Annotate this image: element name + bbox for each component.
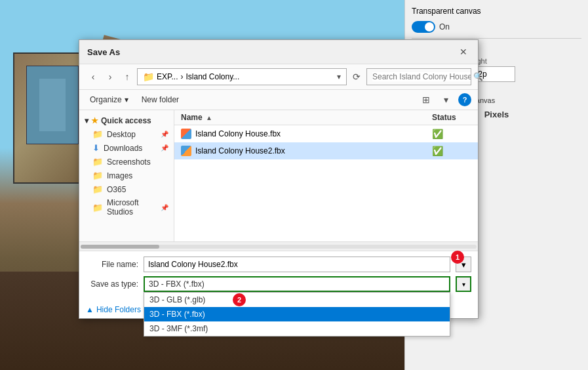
savetype-input[interactable] [144,276,450,292]
hide-folders-chevron-icon: ▲ [86,305,94,314]
search-input[interactable] [372,72,471,81]
breadcrumb-sep: › [180,72,183,81]
images-label: Images [107,171,132,180]
savetype-dropdown: 3D - GLB (*.glb) 3D - FBX (*.fbx) 3D - 3… [144,292,450,337]
search-bar: 🔍 [366,68,471,85]
nav-bar: ‹ › ↑ 📁 EXP... › Island Colony... ▾ ⟳ 🔍 [79,64,478,90]
file-list: Name ▲ Status Island Colony House.fbx ✅ … [174,110,478,241]
badge-2: 2 [233,293,246,306]
dropdown-item-fbx[interactable]: 3D - FBX (*.fbx) [144,307,450,321]
scrollbar-thumb[interactable] [81,245,159,249]
sidebar-star-icon: ★ [91,116,98,125]
ms-studios-folder-icon: 📁 [92,203,103,213]
file-status-1: ✅ [432,129,471,139]
col-name-header: Name ▲ [181,113,432,122]
savetype-wrapper: 3D - GLB (*.glb) 3D - FBX (*.fbx) 3D - 3… [144,276,450,292]
sort-arrow-icon: ▲ [206,114,212,121]
savetype-label: Save as type: [86,279,138,289]
file-list-header: Name ▲ Status [174,110,478,125]
desktop-pin-icon: 📌 [161,131,168,138]
file-icon-1 [181,129,191,139]
screenshots-label: Screenshots [107,157,151,167]
organize-label: Organize [90,95,122,104]
file-label-1: Island Colony House.fbx [195,129,281,138]
panel-divider [412,38,581,39]
filename-row: File name: ▾ [86,257,471,272]
breadcrumb-folder-icon: 📁 [143,72,154,82]
hide-folders-label: Hide Folders [96,305,141,314]
savetype-row: Save as type: 3D - GLB (*.glb) 3D - FBX … [86,276,471,292]
savetype-dropdown-btn[interactable]: ▾ [456,276,471,292]
sidebar-item-downloads[interactable]: ⬇ Downloads 📌 [79,141,174,155]
screenshots-folder-icon: 📁 [92,157,103,167]
view-button[interactable]: ⊞ [419,92,433,107]
breadcrumb-folder: EXP... [157,72,178,81]
dialog-title: Save As [87,47,120,57]
dialog-titlebar: Save As ✕ [79,40,478,64]
help-button[interactable]: ? [458,93,471,106]
ms-studios-pin-icon: 📌 [161,204,168,211]
organize-chevron-icon: ▾ [125,95,128,104]
images-folder-icon: 📁 [92,171,103,180]
dropdown-item-3mf[interactable]: 3D - 3MF (*.3mf) [144,321,450,336]
dialog-form: File name: ▾ Save as type: 3D - GLB (*.g… [79,251,478,301]
sidebar-item-o365[interactable]: 📁 O365 [79,182,174,196]
dialog-content: ▾ ★ Quick access 📁 Desktop 📌 ⬇ Downloads… [79,110,478,241]
horizontal-scrollbar[interactable] [79,241,478,251]
filename-label: File name: [86,260,138,269]
toggle-thumb [425,22,434,31]
save-as-dialog: Save As ✕ ‹ › ↑ 📁 EXP... › Island Colony… [79,39,479,319]
downloads-pin-icon: 📌 [161,144,168,152]
file-item-1[interactable]: Island Colony House.fbx ✅ [174,125,478,142]
file-name-2: Island Colony House2.fbx [181,146,432,156]
sidebar: ▾ ★ Quick access 📁 Desktop 📌 ⬇ Downloads… [79,110,174,241]
desktop-folder-icon: 📁 [92,129,103,139]
col-status-header: Status [432,113,471,122]
ms-studios-label: Microsoft Studios [107,198,157,216]
toggle-on-label: On [439,22,450,31]
search-icon: 🔍 [473,72,483,81]
quick-access-chevron-icon: ▾ [85,116,88,125]
o365-label: O365 [107,185,126,194]
sidebar-item-desktop[interactable]: 📁 Desktop 📌 [79,127,174,141]
view-chevron-button[interactable]: ▾ [439,92,453,107]
refresh-button[interactable]: ⟳ [349,70,364,84]
new-folder-button[interactable]: New folder [138,94,183,106]
desktop-label: Desktop [107,130,136,139]
filename-input[interactable] [144,257,450,272]
transparent-canvas-section: Transparent canvas [412,7,581,16]
up-button[interactable]: ↑ [120,70,134,84]
scrollbar-track[interactable] [81,245,477,249]
file-name-1: Island Colony House.fbx [181,129,432,139]
breadcrumb[interactable]: 📁 EXP... › Island Colony... ▾ [137,68,347,85]
name-col-label: Name [181,113,203,122]
sidebar-item-images[interactable]: 📁 Images [79,169,174,182]
file-status-2: ✅ [432,146,471,156]
back-button[interactable]: ‹ [86,70,100,84]
breadcrumb-subfolder: Island Colony... [186,72,239,81]
quick-access-header: ▾ ★ Quick access [79,114,174,127]
transparent-canvas-label: Transparent canvas [412,7,481,16]
file-icon-2 [181,146,191,156]
file-item-2[interactable]: Island Colony House2.fbx ✅ [174,142,478,159]
breadcrumb-chevron: ▾ [337,72,341,81]
close-button[interactable]: ✕ [457,45,470,58]
organize-button[interactable]: Organize ▾ [86,94,132,106]
o365-folder-icon: 📁 [92,184,103,194]
quick-access-label: Quick access [101,116,151,125]
file-label-2: Island Colony House2.fbx [195,146,285,155]
toolbar: Organize ▾ New folder ⊞ ▾ ? [79,90,478,110]
transparent-canvas-toggle[interactable] [412,21,435,33]
new-folder-label: New folder [142,95,179,104]
downloads-folder-icon: ⬇ [92,143,100,153]
sidebar-item-microsoft-studios[interactable]: 📁 Microsoft Studios 📌 [79,196,174,218]
badge-1: 1 [451,251,464,264]
sidebar-item-screenshots[interactable]: 📁 Screenshots [79,155,174,169]
downloads-label: Downloads [104,144,142,153]
dropdown-item-glb[interactable]: 3D - GLB (*.glb) [144,293,450,307]
forward-button[interactable]: › [103,70,117,84]
